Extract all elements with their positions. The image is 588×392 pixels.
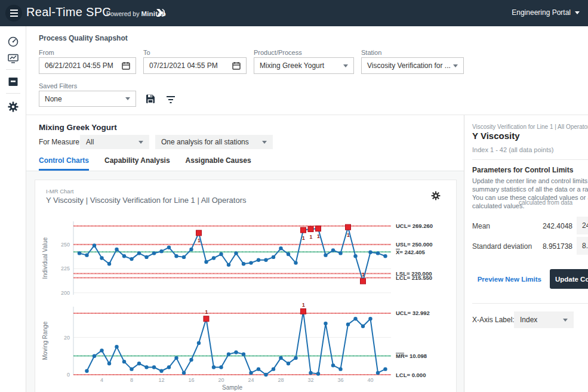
data-point xyxy=(122,254,126,258)
minitab-logo-icon xyxy=(156,9,165,17)
data-point xyxy=(107,362,111,365)
data-point xyxy=(182,255,186,259)
data-point xyxy=(242,262,245,266)
tab-bar: Control Charts Capability Analysis Assig… xyxy=(39,156,251,171)
chevron-down-icon xyxy=(138,141,143,144)
tab-assignable-causes[interactable]: Assignable Causes xyxy=(186,156,251,171)
panel-divider xyxy=(472,303,588,304)
data-point xyxy=(189,248,193,251)
calculated-column-header: calculated from data xyxy=(500,199,572,206)
from-date-input[interactable]: 06/21/2021 04:55 PM xyxy=(39,57,136,74)
save-icon[interactable] xyxy=(145,94,156,104)
x-tick-label: 40 xyxy=(367,377,373,383)
tab-control-charts[interactable]: Control Charts xyxy=(39,156,89,171)
data-point xyxy=(93,354,96,358)
archive-box-icon[interactable] xyxy=(7,76,19,88)
data-point xyxy=(257,367,260,371)
data-point xyxy=(368,251,372,254)
data-point xyxy=(264,258,267,262)
out-of-control-point xyxy=(361,279,366,284)
data-point xyxy=(272,367,275,371)
sidebar-divider xyxy=(6,93,20,94)
svg-text:0: 0 xyxy=(67,372,70,378)
x-tick-label: 20 xyxy=(218,377,224,383)
std-calculated-value: 8.951738 xyxy=(512,242,572,251)
data-point xyxy=(122,360,126,363)
process-heading: Mixing Greek Yogurt xyxy=(39,123,117,132)
out-of-control-point xyxy=(346,224,351,230)
data-point xyxy=(234,350,238,354)
chart-settings-gear-icon[interactable] xyxy=(430,190,441,201)
saved-filters-select[interactable]: None xyxy=(39,91,136,107)
data-point xyxy=(227,263,230,267)
data-point xyxy=(249,371,253,375)
data-point xyxy=(324,253,327,257)
data-point xyxy=(272,255,275,259)
params-heading: Parameters for Control Limits xyxy=(472,166,573,174)
data-point xyxy=(316,372,320,375)
calendar-icon xyxy=(232,61,241,70)
x-tick-label: 12 xyxy=(158,377,164,383)
tab-capability-analysis[interactable]: Capability Analysis xyxy=(104,156,170,171)
xaxis-label: X-Axis Label: xyxy=(472,316,515,324)
data-point xyxy=(152,251,156,255)
x-tick-label: 28 xyxy=(278,377,284,383)
measure-select-value: All xyxy=(86,138,94,146)
mean-input[interactable]: 242.4048 xyxy=(577,217,588,234)
data-point xyxy=(257,258,260,262)
moving-range-chart: 020UCL= 32.992MR= 10.098LCL= 0.00011Movi… xyxy=(42,302,430,378)
analysis-select-value: One analysis for all stations xyxy=(161,138,249,146)
to-date-input[interactable]: 07/21/2021 04:55 PM xyxy=(143,57,247,74)
product-select[interactable]: Mixing Greek Yogurt xyxy=(254,57,354,74)
data-point xyxy=(115,345,118,348)
x-tick-label: 16 xyxy=(188,377,194,383)
test-flag-label: 1 xyxy=(302,302,305,308)
data-point xyxy=(338,251,342,255)
test-flag-label: 1 xyxy=(205,309,208,315)
limit-line-label: UCL= 32.992 xyxy=(396,310,430,316)
sidebar-divider xyxy=(6,69,20,70)
data-point xyxy=(182,371,186,375)
preview-new-limits-link[interactable]: Preview New Limits xyxy=(472,276,541,283)
analysis-select[interactable]: One analysis for all stations xyxy=(155,135,273,149)
moving-range-chart-line xyxy=(87,311,386,375)
chevron-down-icon xyxy=(563,319,568,322)
filter-icon[interactable] xyxy=(165,94,176,105)
data-point xyxy=(353,317,357,320)
test-flag-label: 1 xyxy=(302,235,305,241)
chart-card: I-MR Chart Y Viscosity | Viscosity Verif… xyxy=(35,180,457,392)
speedometer-icon[interactable] xyxy=(7,36,19,48)
x-tick-label: 24 xyxy=(248,377,254,383)
measure-select[interactable]: All xyxy=(80,135,149,149)
hamburger-menu-icon[interactable] xyxy=(5,5,22,21)
gear-icon[interactable] xyxy=(7,101,19,113)
out-of-control-point xyxy=(204,316,209,322)
to-date-value: 07/21/2021 04:55 PM xyxy=(149,61,218,70)
data-point xyxy=(159,369,163,373)
data-point xyxy=(174,356,178,360)
limit-line-label: X= 242.405 xyxy=(396,249,426,255)
limit-line-label: USL= 250.000 xyxy=(396,241,433,248)
svg-text:250: 250 xyxy=(61,242,70,248)
imr-chart-svg[interactable]: 200225250UCL= 269.260USL= 250.000X= 242.… xyxy=(39,212,454,391)
saved-filters-label: Saved Filters xyxy=(39,82,77,89)
svg-text:20: 20 xyxy=(64,335,70,341)
station-select[interactable]: Viscosity Verification for ... xyxy=(361,57,464,74)
xaxis-select[interactable]: Index xyxy=(514,311,574,328)
chevron-down-icon xyxy=(125,97,130,100)
station-label: Station xyxy=(361,49,381,56)
data-point xyxy=(227,352,230,356)
update-control-limits-button[interactable]: Update Control Limits xyxy=(550,269,588,289)
monitor-chart-icon[interactable] xyxy=(7,53,19,64)
data-point xyxy=(376,251,380,255)
station-select-value: Viscosity Verification for ... xyxy=(367,61,451,70)
std-input[interactable]: 8.951738 xyxy=(577,237,588,255)
data-point xyxy=(346,322,350,326)
data-point xyxy=(107,262,111,266)
portal-menu[interactable]: Engineering Portal xyxy=(512,8,580,17)
data-point xyxy=(234,251,238,255)
data-point xyxy=(219,252,223,256)
limit-line-label: LCL= 215.550 xyxy=(396,274,432,281)
chart-type-label: I-MR Chart xyxy=(46,188,73,195)
data-point xyxy=(115,248,118,251)
